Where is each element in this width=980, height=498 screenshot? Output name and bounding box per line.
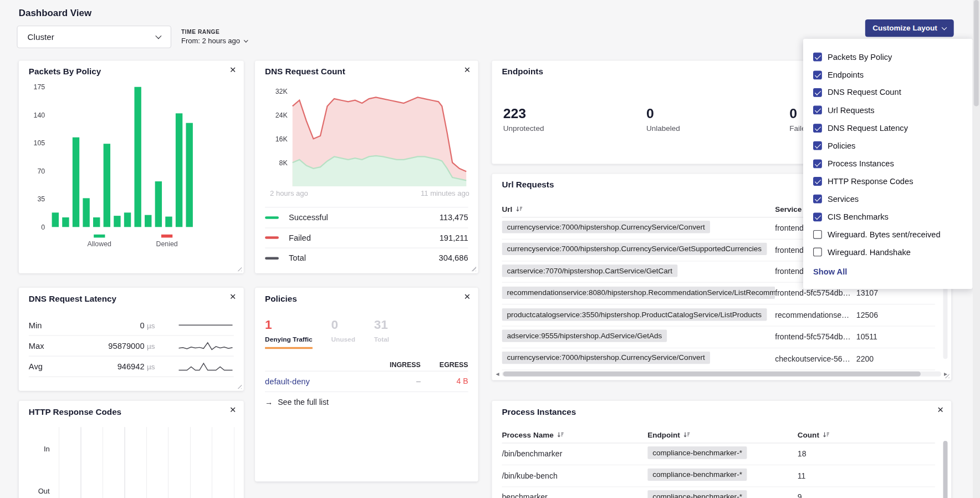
- card-title: Packets By Policy: [29, 67, 101, 77]
- table-row[interactable]: benchmarkercompliance-benchmarker-*9: [502, 487, 935, 498]
- url-cell: adservice:9555/hipstershop.AdService/Get…: [502, 330, 775, 344]
- checkbox-checked-icon[interactable]: [813, 212, 822, 221]
- menu-item-wireguard-bytes-sent-received[interactable]: Wireguard. Bytes sent/received: [813, 226, 962, 243]
- page-scrollbar[interactable]: [973, 0, 980, 498]
- table-row[interactable]: currencyservice:7000/hipstershop.Currenc…: [502, 348, 935, 370]
- close-icon[interactable]: ✕: [937, 406, 943, 414]
- bar: [52, 212, 59, 227]
- url-pill: adservice:9555/hipstershop.AdService/Get…: [502, 330, 667, 343]
- checkbox-checked-icon[interactable]: [813, 159, 822, 168]
- row-label-in: In: [44, 445, 50, 453]
- legend-value: 113,475: [440, 213, 468, 222]
- sort-icon[interactable]: [557, 431, 563, 438]
- legend-swatch: [94, 235, 105, 238]
- packets-by-policy-card: Packets By Policy ✕ 03570105140175Allowe…: [19, 60, 244, 273]
- menu-item-packets-by-policy[interactable]: Packets By Policy: [813, 48, 962, 66]
- checkbox-checked-icon[interactable]: [813, 70, 822, 79]
- metric-value: 223: [503, 106, 646, 122]
- close-icon[interactable]: ✕: [464, 293, 471, 301]
- policies-tab-total[interactable]: 31Total: [374, 318, 389, 349]
- scroll-left-icon[interactable]: ◀: [494, 372, 501, 377]
- policies-tab-denying-traffic[interactable]: 1Denying Traffic: [265, 318, 313, 349]
- scrollbar-thumb[interactable]: [503, 372, 921, 377]
- tab-label: Unused: [331, 335, 355, 343]
- column-header-url[interactable]: Url: [502, 205, 775, 214]
- legend-swatch: [161, 235, 172, 238]
- resize-handle[interactable]: [471, 266, 476, 271]
- chevron-down-icon: [244, 38, 248, 43]
- checkbox-checked-icon[interactable]: [813, 124, 822, 133]
- time-range-value[interactable]: From: 2 hours ago: [181, 37, 247, 45]
- column-header-label: Url: [502, 205, 512, 214]
- menu-item-wireguard-handshake[interactable]: Wireguard. Handshake: [813, 243, 962, 261]
- checkbox-checked-icon[interactable]: [813, 106, 822, 115]
- resize-handle[interactable]: [236, 383, 242, 389]
- latency-row-avg: Avg946942µs: [29, 357, 234, 377]
- menu-item-dns-request-latency[interactable]: DNS Request Latency: [813, 119, 962, 137]
- legend-value: 191,211: [440, 233, 468, 242]
- column-header-endpoint[interactable]: Endpoint: [647, 430, 798, 439]
- policies-tab-unused[interactable]: 0Unused: [331, 318, 355, 349]
- menu-item-cis-benchmarks[interactable]: CIS Benchmarks: [813, 208, 962, 226]
- checkbox-checked-icon[interactable]: [813, 177, 822, 186]
- menu-item-http-response-codes[interactable]: HTTP Response Codes: [813, 172, 962, 190]
- sort-icon[interactable]: [823, 431, 829, 438]
- checkbox-checked-icon[interactable]: [813, 53, 822, 62]
- table-row[interactable]: /bin/benchmarkercompliance-benchmarker-*…: [502, 443, 935, 465]
- process-instances-card: Process Instances ✕ Process NameEndpoint…: [492, 401, 951, 498]
- column-header-label: Endpoint: [647, 430, 680, 439]
- menu-item-dns-request-count[interactable]: DNS Request Count: [813, 84, 962, 101]
- table-row[interactable]: /bin/kube-benchcompliance-benchmarker-*1…: [502, 465, 935, 487]
- policy-name-link[interactable]: default-deny: [265, 377, 373, 386]
- policies-table-body: default-deny–4 B: [265, 372, 468, 392]
- checkbox-unchecked-icon[interactable]: [813, 230, 822, 239]
- http-codes-grid: [59, 427, 234, 498]
- see-full-list-label: See the full list: [278, 398, 329, 406]
- count-cell: 18: [798, 450, 935, 459]
- latency-row-min: Min0µs: [29, 315, 234, 336]
- customize-layout-button[interactable]: Customize Layout: [865, 19, 954, 37]
- resize-handle[interactable]: [236, 266, 242, 271]
- svg-text:24K: 24K: [275, 111, 288, 119]
- column-header-process-name[interactable]: Process Name: [502, 430, 647, 439]
- checkbox-checked-icon[interactable]: [813, 195, 822, 204]
- column-header-egress: EGRESS: [421, 360, 468, 368]
- service-cell: frontend-5fc5754db…: [775, 333, 856, 342]
- scrollbar-thumb[interactable]: [974, 0, 979, 106]
- bar: [83, 198, 89, 227]
- column-header-ingress: INGRESS: [373, 360, 421, 368]
- checkbox-checked-icon[interactable]: [813, 88, 822, 97]
- menu-item-policies[interactable]: Policies: [813, 137, 962, 155]
- svg-text:105: 105: [33, 139, 45, 147]
- see-full-list-link[interactable]: → See the full list: [265, 398, 329, 406]
- menu-item-label: Policies: [828, 141, 856, 150]
- horizontal-scrollbar[interactable]: ◀ ▶: [494, 370, 949, 378]
- menu-item-endpoints[interactable]: Endpoints: [813, 66, 962, 84]
- url-cell: currencyservice:7000/hipstershop.Currenc…: [502, 243, 775, 257]
- close-icon[interactable]: ✕: [229, 293, 236, 301]
- table-row[interactable]: productcatalogservice:3550/hipstershop.P…: [502, 304, 935, 326]
- latency-unit: µs: [147, 362, 155, 371]
- menu-item-process-instances[interactable]: Process Instances: [813, 155, 962, 172]
- scrollbar-track[interactable]: [502, 372, 941, 377]
- card-title: Endpoints: [502, 67, 543, 77]
- checkbox-unchecked-icon[interactable]: [813, 248, 822, 257]
- card-title: HTTP Response Codes: [29, 407, 121, 416]
- close-icon[interactable]: ✕: [464, 65, 471, 74]
- checkbox-checked-icon[interactable]: [813, 141, 822, 150]
- sort-icon[interactable]: [515, 206, 522, 212]
- show-all-link[interactable]: Show All: [813, 267, 962, 276]
- menu-item-services[interactable]: Services: [813, 190, 962, 208]
- view-selector[interactable]: Cluster: [17, 26, 171, 48]
- column-header-count[interactable]: Count: [798, 430, 935, 439]
- close-icon[interactable]: ✕: [229, 65, 236, 74]
- dns-legend-row-successful: Successful113,475: [265, 207, 468, 227]
- sort-icon[interactable]: [683, 431, 690, 438]
- menu-item-url-requests[interactable]: Url Requests: [813, 101, 962, 119]
- url-pill: recommendationservice:8080/hipstershop.R…: [502, 286, 775, 299]
- tab-count: 0: [331, 318, 355, 332]
- close-icon[interactable]: ✕: [229, 406, 236, 414]
- table-row[interactable]: adservice:9555/hipstershop.AdService/Get…: [502, 327, 935, 348]
- scrollbar-thumb[interactable]: [943, 441, 948, 498]
- vertical-scrollbar[interactable]: [943, 441, 948, 498]
